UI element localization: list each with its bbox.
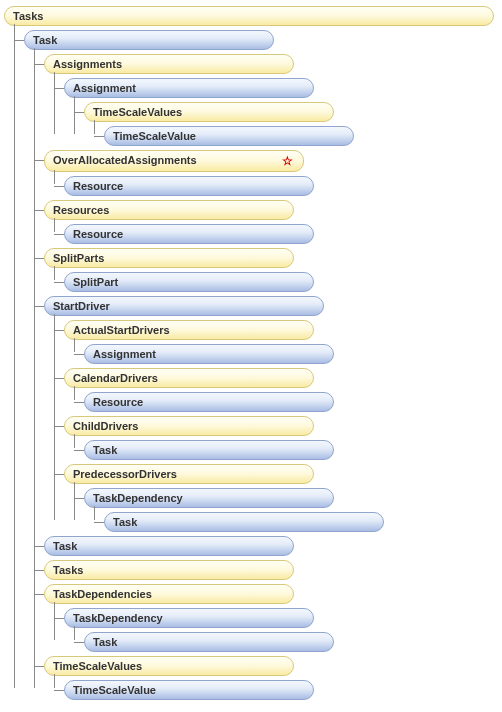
node-pill[interactable]: SplitParts [44,248,294,268]
node-pill[interactable]: PredecessorDrivers [64,464,314,484]
node-label: Task [93,444,117,456]
node-label: Task [113,516,137,528]
children-container: TimeScaleValuesTimeScaleValue [84,100,502,148]
tree-node-calendardrivers[interactable]: CalendarDriversResource [64,366,502,414]
tree-node-task[interactable]: Task [44,534,502,558]
node-pill[interactable]: Tasks [44,560,294,580]
node-pill[interactable]: TaskDependency [84,488,334,508]
node-label: TimeScaleValues [93,106,182,118]
node-label: Resource [73,228,123,240]
star-icon: ☆ [282,154,293,168]
tree-node-timescalevalue[interactable]: TimeScaleValue [64,678,502,702]
node-label: PredecessorDrivers [73,468,177,480]
node-label: SplitPart [73,276,118,288]
children-container: Resource [64,174,502,198]
node-pill[interactable]: Task [84,440,334,460]
node-pill[interactable]: Task [24,30,274,50]
tree-node-predecessordrivers[interactable]: PredecessorDriversTaskDependencyTask [64,462,502,534]
tree-node-assignment[interactable]: AssignmentTimeScaleValuesTimeScaleValue [64,76,502,148]
node-pill[interactable]: TaskDependencies [44,584,294,604]
children-container: Assignment [84,342,502,366]
node-label: Task [93,636,117,648]
node-label: Resource [73,180,123,192]
children-container: ActualStartDriversAssignmentCalendarDriv… [64,318,502,534]
node-pill[interactable]: TimeScaleValues [44,656,294,676]
node-label: Task [53,540,77,552]
node-label: CalendarDrivers [73,372,158,384]
node-label: TaskDependency [73,612,163,624]
children-container: Resource [64,222,502,246]
node-pill[interactable]: OverAllocatedAssignments☆ [44,150,304,172]
tree-node-splitparts[interactable]: SplitPartsSplitPart [44,246,502,294]
tree-node-childdrivers[interactable]: ChildDriversTask [64,414,502,462]
node-label: OverAllocatedAssignments [53,154,197,166]
node-label: TimeScaleValue [73,684,156,696]
node-pill[interactable]: Resource [64,176,314,196]
node-pill[interactable]: Resource [64,224,314,244]
node-pill[interactable]: ChildDrivers [64,416,314,436]
tree-node-task[interactable]: TaskAssignmentsAssignmentTimeScaleValues… [24,28,502,702]
node-label: TaskDependencies [53,588,152,600]
node-label: Resource [93,396,143,408]
node-label: Resources [53,204,109,216]
tree-node-taskdependency[interactable]: TaskDependencyTask [84,486,502,534]
tree-node-startdriver[interactable]: StartDriverActualStartDriversAssignmentC… [44,294,502,534]
node-pill[interactable]: ActualStartDrivers [64,320,314,340]
node-label: Tasks [13,10,43,22]
node-pill[interactable]: StartDriver [44,296,324,316]
node-pill[interactable]: Tasks [4,6,494,26]
node-label: TaskDependency [93,492,183,504]
node-pill[interactable]: Assignment [64,78,314,98]
node-pill[interactable]: TimeScaleValue [64,680,314,700]
node-label: ChildDrivers [73,420,138,432]
node-label: TimeScaleValue [113,130,196,142]
node-label: StartDriver [53,300,110,312]
node-pill[interactable]: TaskDependency [64,608,314,628]
children-container: Resource [84,390,502,414]
tree-root: TasksTaskAssignmentsAssignmentTimeScaleV… [4,4,502,702]
children-container: TaskAssignmentsAssignmentTimeScaleValues… [24,28,502,702]
node-pill[interactable]: TimeScaleValues [84,102,334,122]
tree-node-tasks[interactable]: Tasks [44,558,502,582]
tree-node-assignments[interactable]: AssignmentsAssignmentTimeScaleValuesTime… [44,52,502,148]
node-label: ActualStartDrivers [73,324,170,336]
tree-node-resource[interactable]: Resource [64,174,502,198]
tree-node-splitpart[interactable]: SplitPart [64,270,502,294]
node-pill[interactable]: Task [104,512,384,532]
tree-node-resource[interactable]: Resource [64,222,502,246]
children-container: Task [84,630,502,654]
children-container: TimeScaleValue [104,124,502,148]
tree-node-taskdependencies[interactable]: TaskDependenciesTaskDependencyTask [44,582,502,654]
tree-node-resources[interactable]: ResourcesResource [44,198,502,246]
tree-node-resource[interactable]: Resource [84,390,502,414]
node-pill[interactable]: CalendarDrivers [64,368,314,388]
tree-node-task[interactable]: Task [84,438,502,462]
node-pill[interactable]: Assignments [44,54,294,74]
node-pill[interactable]: Assignment [84,344,334,364]
tree-node-assignment[interactable]: Assignment [84,342,502,366]
node-pill[interactable]: Resources [44,200,294,220]
tree-node-actualstartdrivers[interactable]: ActualStartDriversAssignment [64,318,502,366]
node-pill[interactable]: Task [84,632,334,652]
tree-node-tasks[interactable]: TasksTaskAssignmentsAssignmentTimeScaleV… [4,4,502,702]
node-pill[interactable]: Resource [84,392,334,412]
node-pill[interactable]: TimeScaleValue [104,126,354,146]
node-label: Assignment [93,348,156,360]
tree-node-timescalevalue[interactable]: TimeScaleValue [104,124,502,148]
node-label: Task [33,34,57,46]
tree-node-taskdependency[interactable]: TaskDependencyTask [64,606,502,654]
children-container: TaskDependencyTask [84,486,502,534]
node-pill[interactable]: Task [44,536,294,556]
node-pill[interactable]: SplitPart [64,272,314,292]
children-container: TaskDependencyTask [64,606,502,654]
tree-node-timescalevalues[interactable]: TimeScaleValuesTimeScaleValue [84,100,502,148]
tree-node-overallocatedassignments[interactable]: OverAllocatedAssignments☆Resource [44,148,502,198]
node-label: TimeScaleValues [53,660,142,672]
node-label: Assignments [53,58,122,70]
tree-node-task[interactable]: Task [84,630,502,654]
tree-node-task[interactable]: Task [104,510,502,534]
children-container: Task [84,438,502,462]
children-container: SplitPart [64,270,502,294]
node-label: SplitParts [53,252,104,264]
tree-node-timescalevalues[interactable]: TimeScaleValuesTimeScaleValue [44,654,502,702]
